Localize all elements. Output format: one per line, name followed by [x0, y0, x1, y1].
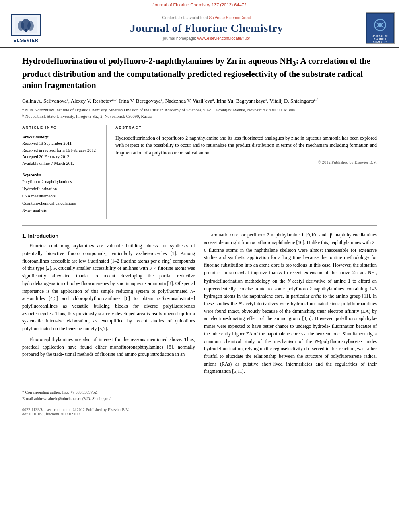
abstract-col: ABSTRACT Hydrodefluorination of heptaflu… — [115, 125, 377, 219]
received-date: Received 13 September 2011 — [22, 140, 100, 147]
elsevier-logo-box — [11, 14, 41, 36]
section-divider — [22, 225, 377, 226]
article-history: Article history: Received 13 September 2… — [22, 134, 100, 167]
abstract-copyright: © 2012 Published by Elsevier B.V. — [115, 160, 377, 164]
footer-doi: doi:10.1016/j.jfluchem.2012.02.012 — [22, 412, 377, 416]
header: ELSEVIER Contents lists available at Sci… — [0, 9, 399, 48]
journal-bar-text: Journal of Fluorine Chemistry 137 (2012)… — [152, 2, 247, 7]
header-center: Contents lists available at SciVerse Sci… — [52, 9, 361, 47]
header-sciverse: Contents lists available at SciVerse Sci… — [162, 16, 251, 20]
keyword-1: Polyfluoro-2-naphthylamines — [22, 178, 100, 185]
authors: Galina A. Selivanovaa, Alexey V. Resheto… — [22, 97, 377, 105]
body-col-right: aromatic core, or perfluoro-2-naphthylam… — [204, 231, 377, 378]
article-info-abstract: ARTICLE INFO Article history: Received 1… — [22, 125, 377, 219]
homepage-link[interactable]: www.elsevier.com/locate/fluor — [197, 36, 250, 41]
abstract-label: ABSTRACT — [115, 125, 377, 131]
accepted-date: Accepted 26 February 2012 — [22, 154, 100, 160]
keyword-2: Hydrodefluorination — [22, 185, 100, 193]
intro-body-col2: aromatic core, or perfluoro-2-naphthylam… — [204, 231, 377, 375]
intro-body-col1: Fluorine containing arylamines are valua… — [22, 242, 195, 358]
keywords-section: Keywords: Polyfluoro-2-naphthylamines Hy… — [22, 172, 100, 214]
affiliation-a: ᵃ N. N. Vorozhtsov Institute of Organic … — [22, 107, 377, 113]
footnote-email: E-mail address: ahtein@nioch.nsc.ru (V.D… — [22, 396, 377, 402]
svg-text:CHEMISTRY: CHEMISTRY — [373, 41, 387, 43]
main-content: Hydrodefluorination of polyfluoro-2-naph… — [0, 48, 399, 386]
svg-point-4 — [27, 21, 34, 31]
abstract-text: Hydrodefluorination of heptafluoro-2-nap… — [115, 134, 377, 157]
body-col-left: 1. Introduction Fluorine containing aryl… — [22, 231, 195, 378]
affiliation-b: ᵇ Novosibirsk State University, Pirogova… — [22, 113, 377, 120]
svg-text:JOURNAL OF: JOURNAL OF — [372, 35, 387, 37]
body-content: 1. Introduction Fluorine containing aryl… — [22, 231, 377, 378]
footnote-corresponding: * Corresponding author. Fax: +7 383 3309… — [22, 389, 377, 396]
elsevier-text: ELSEVIER — [13, 38, 38, 43]
journal-bar: Journal of Fluorine Chemistry 137 (2012)… — [0, 0, 399, 9]
article-title: Hydrodefluorination of polyfluoro-2-naph… — [22, 55, 377, 91]
header-left: ELSEVIER — [0, 9, 52, 47]
received-revised-date: Received in revised form 16 February 201… — [22, 147, 100, 154]
footer-area: * Corresponding author. Fax: +7 383 3309… — [0, 386, 399, 419]
footer-issn: 0022-1139/$ – see front matter © 2012 Pu… — [22, 407, 377, 412]
keywords-label: Keywords: — [22, 172, 100, 177]
header-right: JOURNAL OF FLUORINE CHEMISTRY — [361, 9, 399, 47]
journal-cover-icon: JOURNAL OF FLUORINE CHEMISTRY — [366, 12, 395, 44]
keyword-5: X-ray analysis — [22, 207, 100, 214]
elsevier-logo: ELSEVIER — [11, 14, 41, 43]
history-label: Article history: — [22, 134, 100, 139]
sciverse-link[interactable]: SciVerse ScienceDirect — [209, 16, 251, 20]
journal-homepage: journal homepage: www.elsevier.com/locat… — [163, 36, 250, 41]
article-info-label: ARTICLE INFO — [22, 125, 100, 131]
svg-point-3 — [18, 21, 24, 31]
journal-title: Journal of Fluorine Chemistry — [130, 22, 283, 35]
article-info-col: ARTICLE INFO Article history: Received 1… — [22, 125, 107, 219]
keyword-4: Quantum-chemical calculations — [22, 200, 100, 207]
keyword-3: CVA measurements — [22, 193, 100, 200]
intro-heading: 1. Introduction — [22, 233, 195, 239]
svg-text:FLUORINE: FLUORINE — [374, 38, 386, 40]
affiliations: ᵃ N. N. Vorozhtsov Institute of Organic … — [22, 107, 377, 120]
footer-bar: 0022-1139/$ – see front matter © 2012 Pu… — [22, 405, 377, 416]
available-date: Available online 7 March 2012 — [22, 160, 100, 167]
